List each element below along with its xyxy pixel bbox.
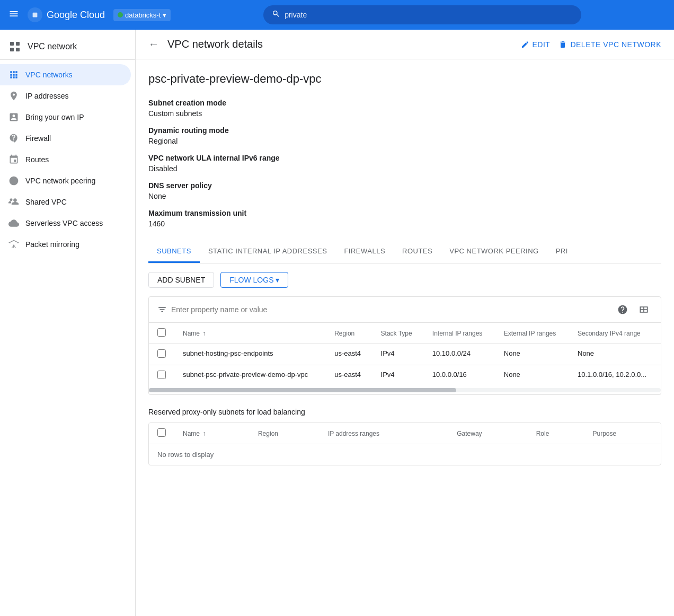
sidebar-item-packet-mirroring[interactable]: Packet mirroring	[0, 234, 131, 255]
proxy-col-header-name[interactable]: Name ↑	[174, 423, 250, 444]
sidebar-item-serverless-vpc-access[interactable]: Serverless VPC access	[0, 213, 131, 234]
proxy-col-header-region[interactable]: Region	[250, 423, 320, 444]
sidebar-item-label-vpc-networks: VPC networks	[25, 71, 73, 79]
sidebar-header-text: VPC network	[28, 42, 77, 51]
edit-label: EDIT	[533, 40, 551, 49]
flow-logs-dropdown-icon: ▾	[276, 276, 279, 284]
layout: VPC network VPC networks IP addresses Br…	[0, 30, 674, 616]
info-ula-ipv6: VPC network ULA internal IPv6 range Disa…	[148, 154, 661, 173]
col-header-secondary-ipv4[interactable]: Secondary IPv4 range	[569, 323, 661, 344]
row1-checkbox-cell	[149, 344, 174, 365]
proxy-header-checkbox-cell	[149, 423, 174, 444]
sort-arrow-name: ↑	[202, 330, 206, 337]
row1-region: us-east4	[326, 344, 372, 365]
logo-text: Google Cloud	[47, 10, 105, 21]
scrollbar-thumb	[149, 388, 456, 392]
project-dropdown-icon: ▾	[163, 11, 166, 19]
tab-firewalls[interactable]: FIREWALLS	[335, 241, 394, 263]
tabs-bar: SUBNETS STATIC INTERNAL IP ADDRESSES FIR…	[148, 241, 661, 263]
row2-external-ip: None	[495, 365, 569, 386]
vpc-name: psc-private-preview-demo-dp-vpc	[148, 72, 661, 86]
info-value-ula-ipv6: Disabled	[148, 164, 661, 173]
sidebar-item-ip-addresses[interactable]: IP addresses	[0, 85, 131, 107]
row2-name: subnet-psc-private-preview-demo-dp-vpc	[174, 365, 326, 386]
info-value-dns-server: None	[148, 192, 661, 200]
col-header-internal-ip[interactable]: Internal IP ranges	[424, 323, 495, 344]
proxy-table: Name ↑ Region IP address ranges	[149, 423, 661, 465]
project-selector[interactable]: databricks-t ▾	[113, 9, 171, 21]
delete-button[interactable]: DELETE VPC NETWORK	[558, 40, 661, 49]
sidebar-item-label-serverless-vpc-access: Serverless VPC access	[25, 219, 103, 227]
proxy-table-container: Name ↑ Region IP address ranges	[148, 423, 661, 465]
main-content: ← VPC network details EDIT DELETE VPC NE…	[136, 30, 674, 616]
row1-secondary-ipv4: None	[569, 344, 661, 365]
filter-input[interactable]	[171, 305, 610, 314]
tab-pri[interactable]: PRI	[547, 241, 577, 263]
subnet-actions: ADD SUBNET FLOW LOGS ▾	[148, 272, 661, 288]
header-actions: EDIT DELETE VPC NETWORK	[521, 40, 661, 49]
flow-logs-button[interactable]: FLOW LOGS ▾	[220, 272, 288, 288]
proxy-col-header-role[interactable]: Role	[528, 423, 584, 444]
info-value-dynamic-routing: Regional	[148, 137, 661, 145]
subnets-table: Name ↑ Region Stack Type Internal IP ran…	[149, 323, 661, 386]
table-header-row: Name ↑ Region Stack Type Internal IP ran…	[149, 323, 661, 344]
info-label-mtu: Maximum transmission unit	[148, 209, 661, 217]
tab-routes[interactable]: ROUTES	[394, 241, 441, 263]
columns-icon[interactable]	[635, 301, 652, 318]
col-header-external-ip[interactable]: External IP ranges	[495, 323, 569, 344]
horizontal-scrollbar[interactable]	[149, 388, 661, 392]
proxy-col-header-purpose[interactable]: Purpose	[584, 423, 661, 444]
sidebar-item-routes[interactable]: Routes	[0, 149, 131, 170]
proxy-table-body: No rows to display	[149, 444, 661, 465]
tab-static-internal-ip[interactable]: STATIC INTERNAL IP ADDRESSES	[200, 241, 335, 263]
back-button[interactable]: ←	[148, 38, 159, 50]
edit-button[interactable]: EDIT	[521, 40, 551, 49]
sidebar-item-vpc-networks[interactable]: VPC networks	[0, 64, 131, 85]
col-header-stack-type[interactable]: Stack Type	[373, 323, 424, 344]
sidebar-item-shared-vpc[interactable]: Shared VPC	[0, 191, 131, 213]
proxy-select-all-checkbox[interactable]	[157, 428, 166, 437]
subnets-table-body: subnet-hosting-psc-endpoints us-east4 IP…	[149, 344, 661, 386]
proxy-section: Reserved proxy-only subnets for load bal…	[148, 408, 661, 465]
info-mtu: Maximum transmission unit 1460	[148, 209, 661, 228]
sidebar-item-firewall[interactable]: Firewall	[0, 128, 131, 149]
delete-label: DELETE VPC NETWORK	[570, 40, 661, 49]
google-cloud-logo: Google Cloud	[28, 7, 105, 22]
proxy-section-title: Reserved proxy-only subnets for load bal…	[148, 408, 661, 416]
add-subnet-button[interactable]: ADD SUBNET	[148, 272, 214, 288]
sidebar-item-label-shared-vpc: Shared VPC	[25, 198, 67, 206]
sidebar-item-label-ip-addresses: IP addresses	[25, 92, 68, 100]
sidebar-header: VPC network	[0, 34, 135, 60]
info-value-subnet-creation: Custom subnets	[148, 109, 661, 118]
menu-icon[interactable]	[8, 8, 19, 22]
table-row: subnet-psc-private-preview-demo-dp-vpc u…	[149, 365, 661, 386]
top-nav: Google Cloud databricks-t ▾ private	[0, 0, 674, 30]
filter-bar	[149, 297, 661, 323]
header-checkbox-cell	[149, 323, 174, 344]
info-label-dynamic-routing: Dynamic routing mode	[148, 126, 661, 135]
help-icon[interactable]	[614, 301, 631, 318]
tab-vpc-network-peering[interactable]: VPC NETWORK PEERING	[441, 241, 547, 263]
row1-external-ip: None	[495, 344, 569, 365]
sidebar-item-label-bring-your-own-ip: Bring your own IP	[25, 113, 84, 121]
row1-stack-type: IPv4	[373, 344, 424, 365]
col-header-region[interactable]: Region	[326, 323, 372, 344]
svg-rect-4	[16, 48, 20, 51]
select-all-checkbox[interactable]	[157, 328, 166, 337]
col-header-name[interactable]: Name ↑	[174, 323, 326, 344]
proxy-col-header-ip-ranges[interactable]: IP address ranges	[320, 423, 448, 444]
row1-checkbox[interactable]	[157, 349, 166, 358]
row1-internal-ip: 10.10.0.0/24	[424, 344, 495, 365]
proxy-table-header-row: Name ↑ Region IP address ranges	[149, 423, 661, 444]
row2-checkbox[interactable]	[157, 371, 166, 379]
proxy-col-header-gateway[interactable]: Gateway	[448, 423, 527, 444]
project-status-dot	[118, 12, 123, 17]
search-bar[interactable]: private	[263, 5, 581, 24]
info-label-ula-ipv6: VPC network ULA internal IPv6 range	[148, 154, 661, 162]
sidebar-item-label-routes: Routes	[25, 155, 49, 164]
sidebar-item-bring-your-own-ip[interactable]: Bring your own IP	[0, 107, 131, 128]
tab-subnets[interactable]: SUBNETS	[148, 241, 200, 263]
row2-checkbox-cell	[149, 365, 174, 386]
content-body: psc-private-preview-demo-dp-vpc Subnet c…	[136, 59, 674, 478]
sidebar-item-vpc-network-peering[interactable]: VPC network peering	[0, 170, 131, 191]
